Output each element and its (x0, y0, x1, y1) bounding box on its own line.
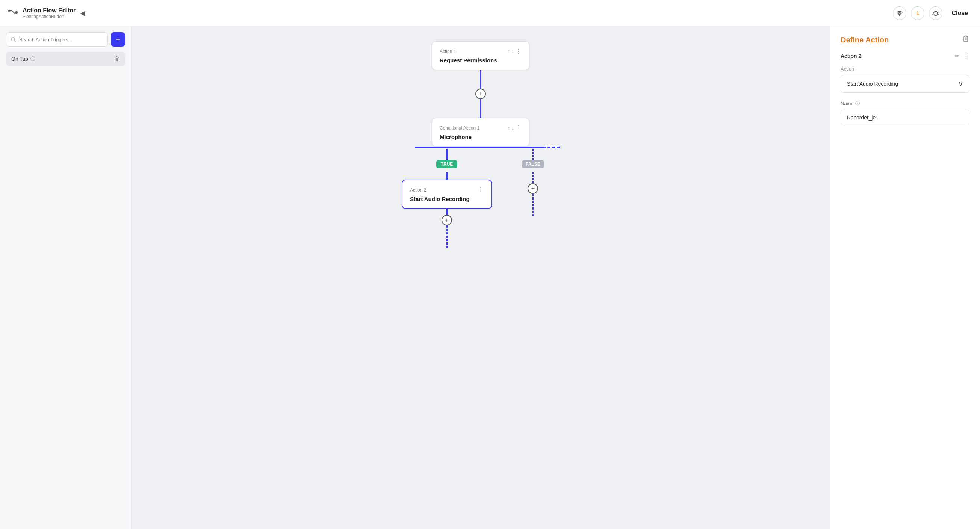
add-false-branch[interactable]: + (528, 183, 538, 194)
node-title-action2: Start Audio Recording (410, 196, 484, 202)
header-right: 1 Close (893, 6, 972, 20)
action-type-dropdown[interactable]: Start Audio Recording ∨ (841, 75, 969, 93)
search-row: + (6, 32, 125, 47)
edit-action2-button[interactable]: ✏ (955, 52, 960, 60)
node-up-action1[interactable]: ↑ (508, 48, 510, 55)
node-down-conditional1[interactable]: ↓ (512, 124, 514, 132)
add-below-action2[interactable]: + (442, 215, 452, 226)
bug-icon[interactable] (929, 6, 942, 20)
wifi-icon[interactable] (893, 6, 906, 20)
action-flow-icon (8, 8, 18, 18)
dropdown-arrow-icon: ∨ (958, 79, 963, 88)
true-dashed-bottom (446, 226, 447, 248)
true-line-mid (446, 172, 447, 180)
notification-button[interactable]: 1 (911, 6, 924, 20)
node-menu-action2[interactable]: ⋮ (477, 186, 484, 194)
search-box (6, 32, 108, 47)
panel-action2-row: Action 2 ✏ ⋮ (841, 52, 969, 60)
close-button[interactable]: Close (947, 8, 972, 19)
flow-node-action1[interactable]: Action 1 ↑ ↓ ⋮ Request Permissions (432, 41, 530, 70)
panel-action-section-label: Action (841, 66, 969, 72)
delete-trigger-button[interactable]: 🗑 (114, 56, 120, 62)
branch-false-label: FALSE (522, 160, 544, 168)
false-dashed-mid (533, 172, 534, 183)
node-header-conditional1: Conditional Action 1 ↑ ↓ ⋮ (440, 124, 522, 132)
flow-node-conditional1[interactable]: Conditional Action 1 ↑ ↓ ⋮ Microphone (432, 118, 530, 146)
false-dashed-top (533, 149, 534, 160)
node-menu-action1[interactable]: ⋮ (515, 48, 522, 55)
node-arrows-action2: ⋮ (477, 186, 484, 194)
node-label-action2: Action 2 (410, 187, 426, 193)
panel-action2-icons: ✏ ⋮ (955, 52, 969, 60)
panel-title-icons (962, 35, 969, 44)
svg-line-7 (937, 14, 939, 14)
trigger-name: On Tap (11, 56, 28, 62)
svg-line-6 (937, 12, 939, 13)
notification-count: 1 (916, 10, 919, 16)
trigger-info-icon[interactable]: ⓘ (30, 56, 35, 62)
flow-node-action2[interactable]: Action 2 ⋮ Start Audio Recording (402, 180, 492, 209)
name-label-text: Name (841, 101, 854, 106)
app-title: Action Flow Editor (22, 7, 76, 14)
true-line-top (446, 149, 447, 160)
svg-line-10 (14, 40, 16, 42)
header-left: Action Flow Editor FloatingActionButton … (8, 7, 85, 19)
svg-rect-12 (965, 36, 967, 37)
define-action-title: Define Action (841, 36, 889, 44)
node-label-conditional1: Conditional Action 1 (440, 125, 479, 131)
header-title: Action Flow Editor FloatingActionButton (22, 7, 76, 19)
svg-line-4 (933, 12, 934, 13)
node-menu-conditional1[interactable]: ⋮ (515, 124, 522, 132)
canvas: Action 1 ↑ ↓ ⋮ Request Permissions + (132, 26, 830, 529)
node-arrows-action1: ↑ ↓ ⋮ (508, 48, 522, 55)
action-type-value: Start Audio Recording (847, 81, 898, 87)
branch-true-label: TRUE (436, 160, 458, 168)
collapse-button[interactable]: ◀ (80, 9, 85, 17)
branch-dashed-line (494, 146, 560, 148)
node-title-conditional1: Microphone (440, 134, 522, 140)
node-arrows-conditional1: ↑ ↓ ⋮ (508, 124, 522, 132)
clipboard-icon (962, 35, 969, 43)
flow-container: Action 1 ↑ ↓ ⋮ Request Permissions + (368, 41, 593, 514)
node-title-action1: Request Permissions (440, 57, 522, 64)
branch-h-connector (402, 146, 560, 149)
menu-action2-button[interactable]: ⋮ (963, 52, 969, 60)
false-dashed-bottom (533, 194, 534, 216)
trigger-item-on-tap[interactable]: On Tap ⓘ 🗑 (6, 52, 125, 66)
main-layout: + On Tap ⓘ 🗑 Action 1 ↑ ↓ ⋮ (0, 26, 980, 529)
svg-line-5 (933, 14, 934, 14)
node-down-action1[interactable]: ↓ (512, 48, 514, 55)
add-trigger-button[interactable]: + (111, 32, 125, 47)
branch-false-col: FALSE + (522, 149, 544, 216)
right-panel: Define Action Action 2 ✏ ⋮ (830, 26, 980, 529)
connector-1: + (475, 70, 486, 118)
panel-action2-label: Action 2 (841, 53, 861, 59)
node-up-conditional1[interactable]: ↑ (508, 124, 510, 132)
app-subtitle: FloatingActionButton (22, 14, 76, 19)
header: Action Flow Editor FloatingActionButton … (0, 0, 980, 26)
node-label-action1: Action 1 (440, 49, 456, 54)
svg-point-2 (899, 15, 900, 16)
node-header-action1: Action 1 ↑ ↓ ⋮ (440, 48, 522, 55)
panel-title: Define Action (841, 35, 969, 44)
trigger-label: On Tap ⓘ (11, 56, 35, 62)
sidebar: + On Tap ⓘ 🗑 (0, 26, 132, 529)
branch-row: TRUE Action 2 ⋮ Start Audio Recording (402, 149, 560, 248)
node-header-action2: Action 2 ⋮ (410, 186, 484, 194)
clipboard-icon-button[interactable] (962, 35, 969, 44)
search-input[interactable] (19, 37, 103, 43)
name-input[interactable] (841, 110, 969, 125)
name-info-icon: ⓘ (855, 100, 860, 107)
add-between-1-2[interactable]: + (475, 89, 486, 99)
search-icon (11, 37, 16, 43)
branch-true-col: TRUE Action 2 ⋮ Start Audio Recording (402, 149, 492, 248)
line-solid-2 (480, 99, 481, 118)
true-line-bottom (446, 209, 447, 215)
name-label: Name ⓘ (841, 100, 969, 107)
line-solid-1 (480, 70, 481, 89)
